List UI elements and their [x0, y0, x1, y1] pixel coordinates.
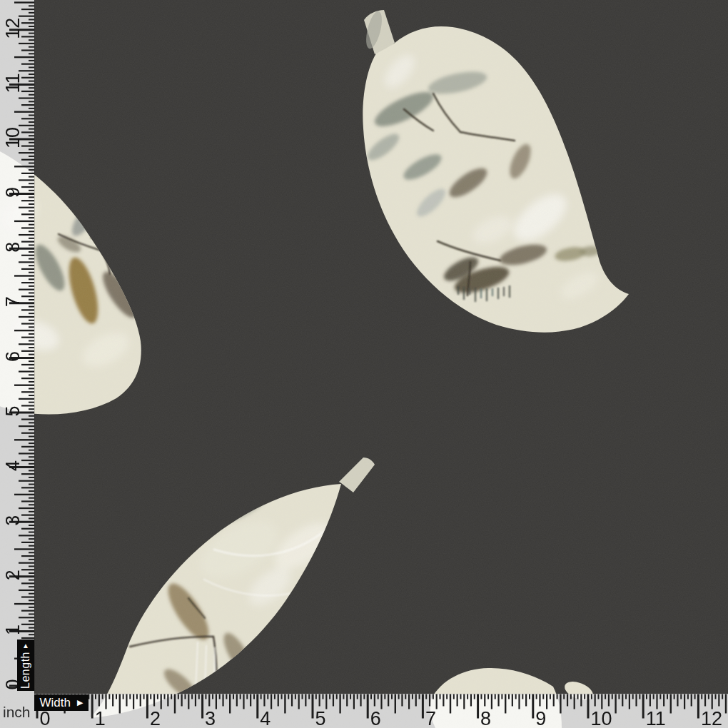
ruler-number: 8: [2, 242, 24, 253]
width-label: Width: [40, 697, 71, 709]
ruler-number: 2: [150, 708, 161, 728]
ruler-number: 9: [2, 187, 24, 198]
length-label-box: ▲ Length: [17, 639, 34, 691]
horizontal-ruler: 0123456789101112: [34, 694, 728, 728]
ruler-number: 6: [370, 708, 381, 728]
ruler-number: 11: [646, 708, 666, 728]
ruler-number: 2: [2, 570, 24, 580]
ruler-number: 11: [2, 73, 24, 93]
ruler-number: 7: [425, 708, 436, 728]
ruler-number: 1: [2, 625, 24, 635]
vertical-ruler: 0123456789101112: [0, 0, 35, 728]
ruler-number: 12: [2, 18, 24, 39]
ruler-number: 3: [205, 708, 216, 728]
ruler-number: 10: [2, 127, 24, 148]
ruler-number: 6: [2, 351, 24, 362]
ruler-number: 9: [535, 708, 546, 728]
ruler-number: 3: [2, 515, 24, 526]
ruler-number: 10: [591, 708, 612, 728]
unit-label: inch: [3, 704, 31, 720]
length-label: Length: [20, 652, 31, 689]
ruler-number: 7: [2, 296, 24, 307]
ruler-number: 4: [260, 708, 271, 728]
ruler-number: 5: [315, 708, 326, 728]
fabric-swatch-mockup: 0123456789101112 0123456789101112 ▲ Leng…: [0, 0, 728, 728]
ruler-number: 5: [2, 405, 24, 416]
ruler-number: 1: [95, 708, 106, 728]
arrow-right-icon: ▶: [77, 699, 83, 707]
arrow-up-icon: ▲: [22, 642, 29, 649]
ruler-number: 8: [480, 708, 491, 728]
fabric-texture-overlay: [0, 0, 728, 728]
fabric-print-artwork: 0123456789101112 0123456789101112: [0, 0, 728, 728]
width-label-box: Width ▶: [34, 694, 89, 711]
ruler-number: 4: [2, 460, 24, 471]
ruler-number: 12: [701, 708, 722, 728]
ruler-number: 0: [40, 708, 51, 728]
